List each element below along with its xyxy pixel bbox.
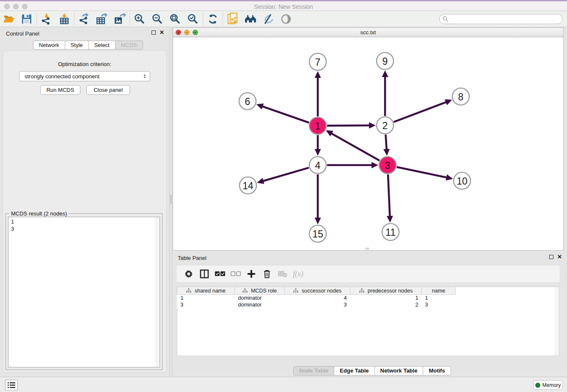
float-table-panel-icon[interactable]	[549, 255, 553, 259]
column-header-mcds-role[interactable]: MCDS role	[235, 287, 285, 295]
edge-1-6[interactable]	[262, 106, 309, 123]
table-cell: 1	[350, 295, 422, 301]
edge-arrowhead-2-9	[382, 70, 388, 77]
table-tab-motifs[interactable]: Motifs	[423, 366, 451, 375]
import-table-icon[interactable]	[55, 12, 73, 26]
network-canvas[interactable]: 7968124314101511	[173, 37, 563, 250]
export-network-icon[interactable]	[75, 12, 93, 26]
close-table-panel-icon[interactable]: ✕	[557, 255, 562, 259]
edge-2-8[interactable]	[394, 102, 447, 122]
table-cell: 3	[422, 301, 456, 308]
hierarchy-icon	[293, 288, 298, 293]
tab-style[interactable]: Style	[65, 41, 89, 50]
zoom-out-icon[interactable]	[149, 12, 166, 26]
tab-mcds[interactable]: MCDS	[116, 41, 143, 50]
edge-arrowhead-1-4	[315, 149, 321, 156]
edge-4-14[interactable]	[263, 168, 309, 181]
zoom-selected-icon[interactable]	[184, 12, 202, 26]
edge-3-10[interactable]	[397, 167, 447, 178]
edge-arrowhead-1-7	[315, 71, 321, 78]
edge-2-3[interactable]	[385, 135, 386, 150]
export-table-icon[interactable]	[93, 12, 111, 26]
node-table: shared nameMCDS rolesuccessor nodesprede…	[177, 287, 456, 308]
close-panel-icon[interactable]: ✕	[160, 30, 164, 35]
toolbar-separator	[129, 13, 130, 25]
settings-gear-icon[interactable]	[181, 267, 196, 281]
column-label: successor nodes	[302, 288, 341, 294]
run-mcds-button[interactable]: Run MCDS	[40, 85, 80, 95]
table-row[interactable]: 1dominator411	[177, 295, 456, 301]
graph-node-label-4: 4	[315, 160, 321, 171]
search-input[interactable]	[451, 16, 562, 22]
export-image-icon[interactable]	[111, 12, 129, 26]
optimization-criterion-dropdown[interactable]: strongly connected component ▲▼	[19, 71, 150, 81]
delete-table-icon[interactable]	[275, 267, 290, 281]
optimization-criterion-label: Optimization criterion:	[3, 61, 166, 67]
mcds-result-line: 3	[11, 225, 160, 232]
table-scrollbar[interactable]	[555, 287, 559, 356]
edge-1-2[interactable]	[327, 125, 370, 126]
float-panel-icon[interactable]	[151, 30, 156, 35]
save-session-icon[interactable]	[18, 12, 36, 26]
dropdown-value: strongly connected component	[25, 73, 99, 80]
edge-arrowhead-1-6	[256, 103, 264, 109]
result-scrollbar[interactable]	[156, 217, 160, 367]
graph-node-label-6: 6	[245, 96, 250, 107]
column-header-shared-name[interactable]: shared name	[177, 287, 235, 295]
table-cell: 3	[285, 301, 350, 308]
tab-network[interactable]: Network	[33, 41, 65, 50]
column-label: shared name	[195, 288, 226, 294]
edge-arrowhead-4-15	[315, 218, 321, 224]
graph-node-label-14: 14	[242, 180, 253, 191]
column-header-successor-nodes[interactable]: successor nodes	[285, 287, 350, 295]
table-cell: 4	[285, 295, 350, 301]
table-row[interactable]: 3dominator323	[177, 301, 456, 308]
table-panel-title: Table Panel	[178, 255, 206, 261]
toolbar-separator	[223, 13, 223, 25]
hierarchy-icon	[359, 288, 364, 293]
refresh-icon[interactable]	[204, 12, 222, 26]
close-panel-button[interactable]: Close panel	[86, 85, 130, 95]
table-tab-node-table[interactable]: Node Table	[293, 366, 334, 375]
show-columns-icon[interactable]	[196, 267, 212, 281]
zoom-in-icon[interactable]	[131, 12, 149, 26]
birds-eye-view-icon[interactable]	[277, 12, 295, 26]
memory-label: Memory	[542, 382, 561, 388]
import-network-icon[interactable]	[38, 12, 55, 26]
zoom-fit-icon[interactable]	[166, 12, 184, 26]
select-all-checkboxes-icon[interactable]	[212, 267, 228, 281]
task-history-button[interactable]	[5, 380, 18, 390]
graph-node-label-10: 10	[457, 176, 468, 187]
table-tab-edge-table[interactable]: Edge Table	[334, 366, 374, 375]
table-tab-network-table[interactable]: Network Table	[375, 366, 424, 375]
table-cell: 3	[177, 301, 235, 308]
edge-3-1[interactable]	[331, 133, 379, 161]
mcds-result-list[interactable]: 13	[8, 217, 160, 367]
memory-button[interactable]: Memory	[533, 380, 563, 390]
table-panel-tabs: Node TableEdge TableNetwork TableMotifs	[293, 366, 451, 375]
tab-select[interactable]: Select	[89, 41, 116, 50]
delete-column-icon[interactable]	[259, 267, 275, 281]
new-network-from-selection-icon[interactable]	[224, 12, 242, 26]
column-header-name[interactable]: name	[422, 287, 456, 295]
add-column-icon[interactable]	[243, 267, 259, 281]
open-file-icon[interactable]	[0, 12, 18, 26]
first-neighbors-icon[interactable]	[242, 12, 259, 26]
panel-split-divider[interactable]	[169, 28, 173, 376]
search-field[interactable]	[439, 14, 563, 24]
function-builder-icon[interactable]: f(x)	[290, 267, 306, 281]
toolbar-separator	[74, 13, 74, 25]
deselect-all-checkboxes-icon[interactable]	[228, 267, 243, 281]
edge-arrowhead-3-10	[446, 174, 453, 181]
edge-3-11[interactable]	[388, 174, 390, 217]
table-cell: dominator	[235, 295, 285, 301]
graphics-details-icon[interactable]	[259, 12, 277, 26]
canvas-scroll-handle[interactable]	[366, 248, 369, 250]
column-header-predecessor-nodes[interactable]: predecessor nodes	[350, 287, 422, 295]
mcds-result-line: 1	[11, 218, 160, 225]
network-window-titlebar[interactable]: ✕ − + scc.txt	[173, 28, 563, 37]
control-panel: Control Panel ✕ NetworkStyleSelectMCDS O…	[0, 28, 169, 376]
divider-handle[interactable]	[170, 195, 172, 204]
list-icon	[8, 382, 15, 388]
memory-status-icon	[535, 383, 540, 388]
